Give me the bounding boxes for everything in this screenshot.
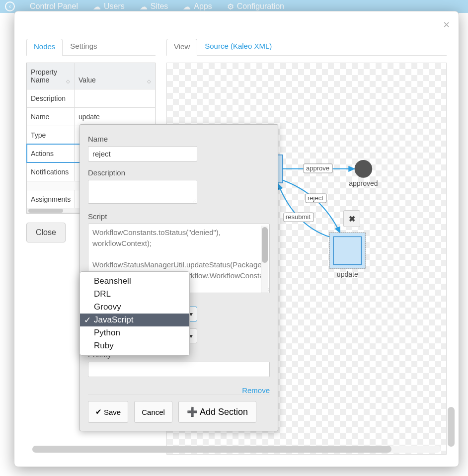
tab-nodes[interactable]: Nodes: [26, 39, 63, 56]
right-tabs: View Source (Kaleo XML): [166, 38, 447, 56]
lang-option-javascript[interactable]: JavaScript: [80, 314, 189, 326]
nav-sites[interactable]: ☁Sites: [140, 2, 168, 11]
description-input[interactable]: [88, 180, 197, 204]
add-section-button[interactable]: ➕Add Section: [178, 401, 256, 423]
svg-point-12: [355, 160, 372, 177]
svg-text:approve: approve: [306, 164, 329, 172]
sort-icon[interactable]: ◇: [147, 79, 151, 84]
tab-source[interactable]: Source (Kaleo XML): [197, 38, 279, 55]
sort-icon[interactable]: ◇: [66, 79, 70, 84]
script-scrollbar[interactable]: [261, 226, 268, 293]
cancel-button[interactable]: Cancel: [134, 401, 172, 423]
script-label: Script: [88, 212, 270, 221]
nav-apps[interactable]: ☁Apps: [183, 2, 212, 11]
property-header-value[interactable]: Value: [78, 76, 96, 84]
name-input[interactable]: [88, 146, 197, 161]
plus-icon: ➕: [187, 406, 198, 417]
save-button[interactable]: ✔Save: [88, 401, 128, 423]
lang-option-drl[interactable]: DRL: [80, 288, 189, 301]
lang-option-ruby[interactable]: Ruby: [80, 339, 189, 352]
property-row[interactable]: Nameupdate: [27, 107, 155, 126]
tab-view[interactable]: View: [166, 39, 197, 56]
close-icon[interactable]: ×: [443, 18, 450, 31]
lang-option-python[interactable]: Python: [80, 326, 189, 339]
script-language-menu: Beanshell DRL Groovy JavaScript Python R…: [79, 271, 190, 356]
nav-users[interactable]: ☁Users: [93, 2, 125, 11]
property-row[interactable]: Description: [27, 89, 155, 107]
remove-link[interactable]: Remove: [242, 386, 270, 395]
check-icon: ✔: [95, 407, 102, 416]
svg-text:reject: reject: [308, 194, 323, 202]
lang-option-beanshell[interactable]: Beanshell: [80, 275, 189, 288]
app-title: Control Panel: [30, 2, 78, 11]
tab-settings[interactable]: Settings: [63, 38, 104, 55]
back-icon[interactable]: ‹: [5, 1, 15, 11]
svg-text:resubmit: resubmit: [286, 213, 311, 221]
modal-vertical-scrollbar[interactable]: [448, 38, 455, 447]
delete-node-button[interactable]: ✖: [343, 210, 360, 227]
svg-rect-15: [333, 237, 361, 264]
modal-horizontal-scrollbar[interactable]: [32, 446, 441, 453]
svg-text:approved: approved: [349, 179, 378, 187]
lang-option-groovy[interactable]: Groovy: [80, 301, 189, 314]
priority-input[interactable]: [88, 362, 270, 377]
svg-text:update: update: [337, 270, 358, 278]
property-header-name[interactable]: Property Name: [31, 68, 66, 84]
description-label: Description: [88, 168, 270, 177]
close-button[interactable]: Close: [26, 223, 66, 242]
name-label: Name: [88, 135, 270, 143]
left-tabs: Nodes Settings: [26, 38, 156, 56]
nav-configuration[interactable]: ⚙Configuration: [227, 2, 284, 11]
